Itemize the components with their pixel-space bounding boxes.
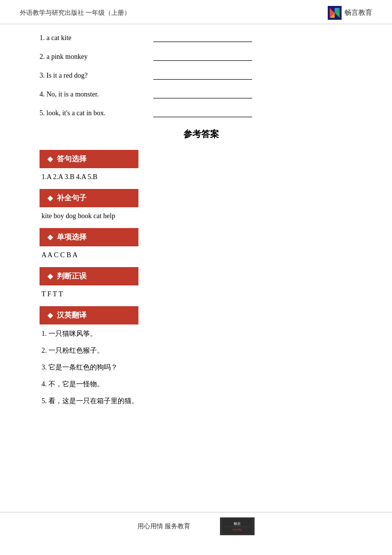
section-1-answer: 1.A 2.A 3.B 4.A 5.B	[40, 173, 362, 181]
section-3-wrapper: ◆ 单项选择 A A C C B A	[40, 228, 362, 259]
header-publisher: 外语教学与研究出版社 一年级（上册）	[20, 8, 131, 17]
section-3-box: ◆ 单项选择	[40, 228, 138, 246]
answer-line-5	[153, 109, 252, 117]
section-5-diamond: ◆	[47, 311, 53, 320]
svg-text:畅言: 畅言	[234, 522, 241, 525]
section-2-box: ◆ 补全句子	[40, 189, 138, 207]
section-4-wrapper: ◆ 判断正误 T F T T	[40, 267, 362, 298]
header: 外语教学与研究出版社 一年级（上册） 畅言教育	[0, 0, 392, 24]
question-item-4: 4. No, it is a monster.	[40, 91, 362, 98]
section-2-answer: kite boy dog book cat help	[40, 212, 362, 220]
header-logo-icon	[328, 6, 342, 20]
section-2-diamond: ◆	[47, 194, 53, 202]
section-5-label: 汉英翻译	[57, 311, 87, 320]
footer-logo: 畅言 FLYTE	[220, 517, 255, 535]
question-item-3: 3. Is it a red dog?	[40, 72, 362, 80]
question-text-4: 4. No, it is a monster.	[40, 91, 148, 98]
translation-5: 5. 看，这是一只在箱子里的猫。	[40, 397, 362, 406]
section-1-diamond: ◆	[47, 155, 53, 163]
section-1-wrapper: ◆ 答句选择 1.A 2.A 3.B 4.A 5.B	[40, 150, 362, 181]
answer-line-2	[153, 53, 252, 61]
section-3-diamond: ◆	[47, 233, 53, 241]
question-text-1: 1. a cat kite	[40, 34, 148, 42]
questions-section: 1. a cat kite 2. a pink monkey 3. Is it …	[40, 34, 362, 117]
ref-answer-title: 参考答案	[40, 128, 362, 140]
section-4-answer: T F T T	[40, 290, 362, 298]
section-2-wrapper: ◆ 补全句子 kite boy dog book cat help	[40, 189, 362, 220]
header-brand-area: 畅言教育	[328, 6, 372, 20]
answer-line-1	[153, 34, 252, 42]
footer: 用心用情 服务教育 畅言 FLYTE	[0, 512, 392, 540]
question-item-5: 5. look, it's a cat in box.	[40, 109, 362, 117]
section-3-answer: A A C C B A	[40, 251, 362, 259]
section-5-box: ◆ 汉英翻译	[40, 306, 138, 324]
question-text-2: 2. a pink monkey	[40, 53, 148, 61]
svg-rect-5	[222, 519, 252, 534]
main-content: 1. a cat kite 2. a pink monkey 3. Is it …	[0, 24, 392, 433]
section-4-box: ◆ 判断正误	[40, 267, 138, 285]
translation-3: 3. 它是一条红色的狗吗？	[40, 363, 362, 372]
question-text-5: 5. look, it's a cat in box.	[40, 109, 148, 117]
answer-line-3	[153, 72, 252, 80]
translation-2: 2. 一只粉红色猴子。	[40, 346, 362, 355]
translation-1: 1. 一只猫咪风筝。	[40, 329, 362, 338]
section-5-wrapper: ◆ 汉英翻译 1. 一只猫咪风筝。 2. 一只粉红色猴子。 3. 它是一条红色的…	[40, 306, 362, 406]
section-1-box: ◆ 答句选择	[40, 150, 138, 168]
svg-text:FLYTE: FLYTE	[233, 528, 242, 531]
section-2-label: 补全句子	[57, 193, 87, 203]
section-3-label: 单项选择	[57, 232, 87, 242]
page: 外语教学与研究出版社 一年级（上册） 畅言教育 1. a cat kite	[0, 0, 392, 555]
translation-4: 4. 不，它是一怪物。	[40, 380, 362, 389]
question-item-1: 1. a cat kite	[40, 34, 362, 42]
footer-logo-icon: 畅言 FLYTE	[222, 519, 252, 534]
answer-line-4	[153, 91, 252, 98]
question-item-2: 2. a pink monkey	[40, 53, 362, 61]
section-4-label: 判断正误	[57, 272, 87, 281]
section-5-translations: 1. 一只猫咪风筝。 2. 一只粉红色猴子。 3. 它是一条红色的狗吗？ 4. …	[40, 329, 362, 406]
section-4-diamond: ◆	[47, 272, 53, 280]
question-text-3: 3. Is it a red dog?	[40, 72, 148, 80]
header-brand-text: 畅言教育	[345, 8, 372, 17]
section-1-label: 答句选择	[57, 154, 87, 164]
footer-text: 用心用情 服务教育	[137, 522, 190, 531]
